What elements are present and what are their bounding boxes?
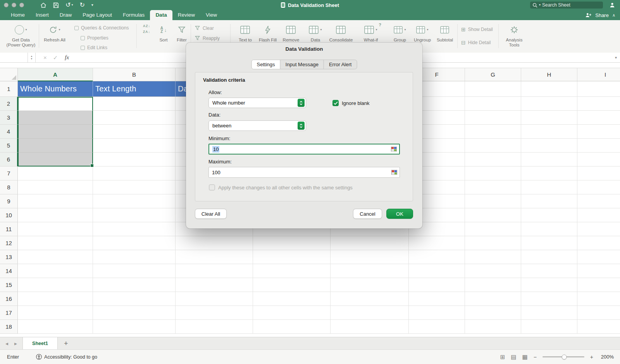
show-detail-button[interactable]: ⊞ Show Detail: [461, 26, 493, 33]
cell-A11[interactable]: [18, 222, 93, 236]
cell-I13[interactable]: [577, 250, 620, 264]
flash-fill-button[interactable]: Flash Fill: [257, 22, 279, 43]
reapply-filter-button[interactable]: Reapply: [195, 35, 220, 41]
cell-A3[interactable]: [18, 111, 93, 125]
window-close-button[interactable]: [4, 3, 9, 7]
cell-A8[interactable]: [18, 180, 93, 194]
zoom-out-icon[interactable]: −: [534, 354, 537, 360]
cell-I1[interactable]: [577, 81, 620, 97]
page-break-view-icon[interactable]: ▦: [522, 354, 527, 361]
cell-F16[interactable]: [409, 292, 465, 306]
cell-F17[interactable]: [409, 306, 465, 320]
consolidate-button[interactable]: Consolidate: [326, 22, 356, 43]
queries-connections-button[interactable]: Queries & Connections: [74, 25, 129, 31]
row-header-10[interactable]: 10: [0, 208, 18, 222]
cell-B4[interactable]: [93, 125, 176, 139]
cell-H8[interactable]: [521, 180, 577, 194]
add-sheet-button[interactable]: +: [58, 337, 74, 350]
cell-B9[interactable]: [93, 194, 176, 208]
window-minimize-button[interactable]: [12, 3, 16, 7]
refresh-all-button[interactable]: ▾ Refresh All: [43, 22, 67, 43]
cell-F14[interactable]: [409, 264, 465, 278]
ribbon-tab-draw[interactable]: Draw: [54, 10, 78, 20]
cell-C14[interactable]: [176, 264, 253, 278]
cancel-entry-icon[interactable]: ×: [43, 54, 47, 61]
cell-A13[interactable]: [18, 250, 93, 264]
row-header-7[interactable]: 7: [0, 167, 18, 180]
cell-H18[interactable]: [521, 320, 577, 334]
row-header-17[interactable]: 17: [0, 306, 18, 320]
group-button[interactable]: ▾ Group: [389, 22, 411, 43]
ribbon-tab-home[interactable]: Home: [5, 10, 30, 20]
insert-function-icon[interactable]: fx: [65, 54, 69, 61]
cell-D12[interactable]: [253, 236, 331, 250]
cell-F15[interactable]: [409, 278, 465, 292]
row-header-1[interactable]: 1: [0, 81, 18, 97]
edit-links-button[interactable]: Edit Links: [81, 45, 107, 50]
cell-G8[interactable]: [465, 180, 521, 194]
ribbon-tab-formulas[interactable]: Formulas: [117, 10, 150, 20]
cell-F12[interactable]: [409, 236, 465, 250]
cell-B8[interactable]: [93, 180, 176, 194]
formula-bar-expand-icon[interactable]: ▾: [615, 55, 617, 60]
save-icon[interactable]: [53, 2, 59, 8]
cell-F13[interactable]: [409, 250, 465, 264]
cell-G1[interactable]: [465, 81, 521, 97]
cell-I9[interactable]: [577, 194, 620, 208]
row-header-9[interactable]: 9: [0, 194, 18, 208]
cell-I17[interactable]: [577, 306, 620, 320]
row-header-15[interactable]: 15: [0, 278, 18, 292]
cell-B2[interactable]: [93, 97, 176, 111]
ribbon-tab-review[interactable]: Review: [172, 10, 200, 20]
cell-G7[interactable]: [465, 167, 521, 180]
cell-A4[interactable]: [18, 125, 93, 139]
data-validation-button[interactable]: ▾ Data: [304, 22, 327, 43]
cell-B16[interactable]: [93, 292, 176, 306]
cell-H6[interactable]: [521, 153, 577, 167]
ribbon-tab-page-layout[interactable]: Page Layout: [77, 10, 117, 20]
cell-G14[interactable]: [465, 264, 521, 278]
cell-G15[interactable]: [465, 278, 521, 292]
column-header-I[interactable]: I: [577, 68, 620, 81]
maximum-field[interactable]: 100: [208, 167, 400, 178]
cell-A5[interactable]: [18, 139, 93, 153]
cell-A18[interactable]: [18, 320, 93, 334]
dialog-tab-error-alert[interactable]: Error Alert: [324, 60, 357, 69]
zoom-level[interactable]: 200%: [599, 354, 614, 360]
cell-A6[interactable]: [18, 153, 93, 167]
clear-filter-button[interactable]: Clear: [195, 25, 214, 31]
cell-I11[interactable]: [577, 222, 620, 236]
column-header-A[interactable]: A: [18, 68, 93, 81]
cell-A12[interactable]: [18, 236, 93, 250]
cell-E17[interactable]: [331, 306, 409, 320]
text-to-columns-button[interactable]: Text to: [234, 22, 257, 43]
what-if-button[interactable]: ? ▾ What-if: [357, 22, 384, 43]
cell-E15[interactable]: [331, 278, 409, 292]
sort-quick-buttons[interactable]: AZ↓ ZA↓: [140, 22, 153, 34]
cell-G5[interactable]: [465, 139, 521, 153]
cell-H15[interactable]: [521, 278, 577, 292]
cell-B1[interactable]: Text Length: [93, 81, 176, 97]
cell-H9[interactable]: [521, 194, 577, 208]
cell-F18[interactable]: [409, 320, 465, 334]
cell-I8[interactable]: [577, 180, 620, 194]
cell-B6[interactable]: [93, 153, 176, 167]
cell-B5[interactable]: [93, 139, 176, 153]
minimum-field[interactable]: 10: [208, 144, 400, 155]
dialog-tab-input-message[interactable]: Input Message: [280, 60, 324, 69]
cell-G12[interactable]: [465, 236, 521, 250]
cell-G13[interactable]: [465, 250, 521, 264]
row-header-6[interactable]: 6: [0, 153, 18, 167]
normal-view-icon[interactable]: ⊞: [500, 354, 505, 361]
range-selector-icon[interactable]: [391, 147, 397, 152]
cell-A2[interactable]: [18, 97, 93, 111]
cell-I15[interactable]: [577, 278, 620, 292]
cell-I7[interactable]: [577, 167, 620, 180]
cell-D15[interactable]: [253, 278, 331, 292]
cell-H14[interactable]: [521, 264, 577, 278]
undo-button[interactable]: ↺ ▾: [65, 2, 73, 8]
cell-D16[interactable]: [253, 292, 331, 306]
cell-C12[interactable]: [176, 236, 253, 250]
row-header-5[interactable]: 5: [0, 139, 18, 153]
data-dropdown[interactable]: between: [208, 120, 306, 131]
